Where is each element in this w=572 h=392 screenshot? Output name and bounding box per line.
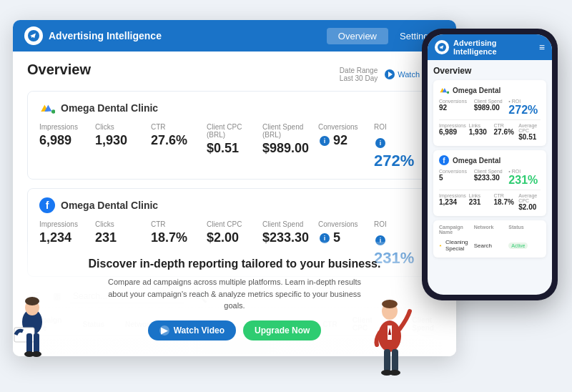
mobile-table-header: Campaign Name Network Status <box>439 225 541 235</box>
mobile-g-imp: Impressions 6,989 <box>439 123 466 141</box>
mobile-g-roi: • ROI 272% <box>508 99 541 117</box>
facebook-icon: f <box>39 197 55 213</box>
svg-point-11 <box>31 351 41 357</box>
svg-rect-17 <box>384 349 390 372</box>
svg-point-16 <box>382 300 398 308</box>
mobile-row-google-icon <box>439 242 443 249</box>
mobile-fb-bottom-metrics: Impressions 1,234 Links 231 CTR 18.7% <box>439 193 541 211</box>
mobile-inner: Advertising Intelligence ≡ Overview Omeg… <box>428 34 552 295</box>
svg-point-1 <box>51 109 55 114</box>
mobile-fb-imp: Impressions 1,234 <box>439 193 466 211</box>
google-clicks: Clicks 1,930 <box>95 123 151 148</box>
nav-overview[interactable]: Overview <box>327 28 388 44</box>
google-ads-icon <box>39 100 55 116</box>
character-left-svg <box>7 292 57 385</box>
google-conversions: Conversions i 92 <box>318 123 374 148</box>
svg-point-20 <box>389 370 400 376</box>
info-icon: i <box>320 136 330 146</box>
svg-rect-18 <box>392 349 398 372</box>
character-right-svg <box>361 286 418 386</box>
mobile-fb-ctr: CTR 18.7% <box>493 193 516 211</box>
svg-point-6 <box>25 297 39 305</box>
google-card-title: Omega Dental Clinic <box>61 102 158 114</box>
mobile-google-card-title: Omega Dental <box>453 87 500 94</box>
mobile-google-header: Omega Dental <box>439 85 541 95</box>
mobile-fb-spend: Client Spend $233.30 <box>474 169 506 187</box>
mobile-status-badge: Active <box>508 242 528 249</box>
cta-title: Discover in-depth reporting tailored to … <box>89 258 381 270</box>
mobile-table-row: Cleaning Special Search Active <box>439 237 541 253</box>
google-card: Omega Dental Clinic Impressions 6,989 Cl… <box>27 91 442 180</box>
cta-watch-video-button[interactable]: ▶ Watch Video <box>148 320 236 340</box>
roi-info-icon: i <box>375 138 385 148</box>
mobile-telegram-icon <box>438 43 446 52</box>
mobile-g-clicks: Links 1,930 <box>469 123 491 141</box>
app-name: Advertising Intelligence <box>49 30 162 41</box>
mobile-table-card: Campaign Name Network Status Cleaning Sp… <box>433 220 546 258</box>
topbar-logo-area: Advertising Intelligence <box>24 26 320 45</box>
mobile-fb-clicks: Links 231 <box>469 193 491 211</box>
mobile-fb-cpc: Average CPC $2.00 <box>518 193 541 211</box>
mobile-google-ads-icon <box>439 85 449 95</box>
page-title: Overview <box>27 62 91 78</box>
mobile-divider-1 <box>439 119 541 120</box>
mobile-facebook-header: f Omega Dental <box>439 155 541 165</box>
mobile-google-card: Omega Dental Conversions 92 Client Spend… <box>433 80 546 146</box>
mobile-logo-icon <box>435 40 449 54</box>
google-metrics-row: Impressions 6,989 Clicks 1,930 CTR 27.6%… <box>39 123 430 170</box>
mobile-g-spend: Client Spend $989.00 <box>474 99 506 117</box>
mobile-topbar: Advertising Intelligence ≡ <box>428 34 552 60</box>
mobile-fb-conv: Conversions 5 <box>439 169 471 187</box>
google-cpc: Client CPC (BRL) $0.51 <box>207 123 262 156</box>
main-container: Advertising Intelligence Overview Settin… <box>0 0 572 392</box>
facebook-card-header: f Omega Dental Clinic <box>39 197 430 213</box>
svg-rect-8 <box>26 333 32 353</box>
play-icon <box>385 69 395 79</box>
google-impressions: Impressions 6,989 <box>39 123 95 148</box>
mobile-fb-roi: • ROI 231% <box>508 169 541 187</box>
desktop-topbar: Advertising Intelligence Overview Settin… <box>13 20 456 52</box>
cta-subtitle: Compare ad campaigns across multiple pla… <box>99 276 370 312</box>
svg-rect-9 <box>34 333 39 353</box>
mobile-facebook-card: f Omega Dental Conversions 5 Client Spen… <box>433 150 546 216</box>
mobile-app-name: Advertising Intelligence <box>453 39 535 56</box>
mobile-menu-icon[interactable]: ≡ <box>539 41 545 53</box>
facebook-card-title: Omega Dental Clinic <box>61 200 158 211</box>
mobile-google-top-metrics: Conversions 92 Client Spend $989.00 • RO… <box>439 99 541 117</box>
google-card-header: Omega Dental Clinic <box>39 100 430 116</box>
cta-buttons: ▶ Watch Video Upgrade Now <box>148 320 322 340</box>
character-left <box>7 292 57 385</box>
google-spend: Client Spend (BRL) $989.00 <box>262 123 318 156</box>
play-circle-icon: ▶ <box>159 325 169 335</box>
character-right <box>361 286 418 386</box>
date-range: Date Range Last 30 Day <box>340 67 378 82</box>
mobile-google-bottom-metrics: Impressions 6,989 Links 1,930 CTR 27.6% <box>439 123 541 141</box>
cta-upgrade-button[interactable]: Upgrade Now <box>243 320 321 340</box>
mobile-phone: Advertising Intelligence ≡ Overview Omeg… <box>422 29 558 300</box>
google-ctr: CTR 27.6% <box>151 123 207 148</box>
telegram-icon <box>28 30 39 41</box>
mobile-divider-2 <box>439 190 541 190</box>
mobile-body: Overview Omega Dental Conve <box>428 60 552 295</box>
mobile-page-title: Overview <box>433 66 546 76</box>
mobile-fb-top-metrics: Conversions 5 Client Spend $233.30 • ROI… <box>439 169 541 187</box>
mobile-fb-card-title: Omega Dental <box>453 157 500 165</box>
svg-point-3 <box>447 91 449 93</box>
mobile-g-cpc: Average CPC $0.51 <box>518 123 541 141</box>
mobile-g-ctr: CTR 27.6% <box>493 123 516 141</box>
mobile-g-conv: Conversions 92 <box>439 99 471 117</box>
mobile-fb-icon: f <box>439 155 449 165</box>
app-logo-icon <box>24 26 43 45</box>
